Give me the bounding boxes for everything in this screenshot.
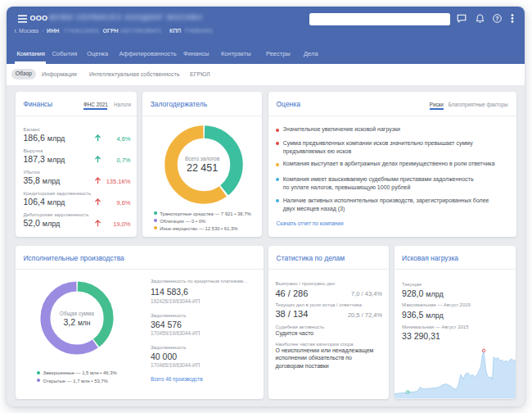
svg-text:?: ?: [495, 15, 498, 22]
